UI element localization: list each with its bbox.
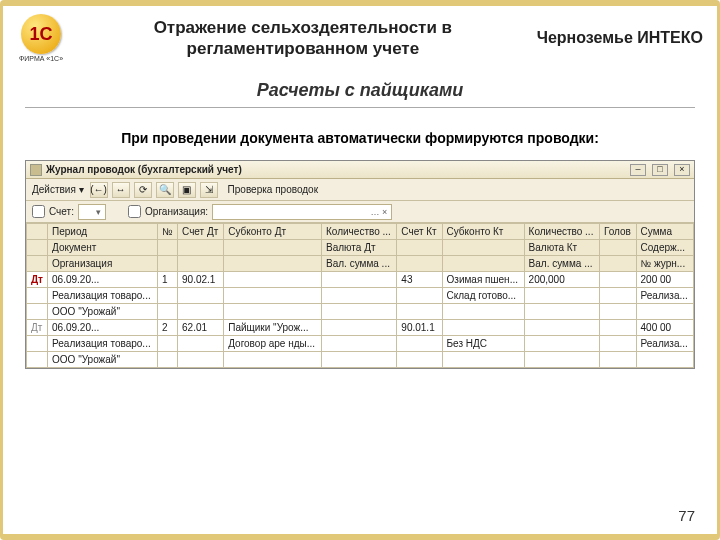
cell bbox=[524, 304, 599, 320]
col-header[interactable]: Счет Кт bbox=[397, 224, 442, 240]
table-row[interactable]: Реализация товаро...Договор аре нды...Бе… bbox=[27, 336, 694, 352]
col-header[interactable] bbox=[178, 256, 224, 272]
cell bbox=[397, 352, 442, 368]
cell bbox=[178, 336, 224, 352]
page-number: 77 bbox=[678, 507, 695, 524]
col-header[interactable]: № bbox=[157, 224, 177, 240]
company-brand: Черноземье ИНТЕКО bbox=[537, 29, 703, 47]
org-filter-input[interactable]: … × bbox=[212, 204, 392, 220]
table-row[interactable]: ООО "Урожай" bbox=[27, 304, 694, 320]
table-row[interactable]: ООО "Урожай" bbox=[27, 352, 694, 368]
filter-button[interactable]: ▣ bbox=[178, 182, 196, 198]
cell: Без НДС bbox=[442, 336, 524, 352]
col-header[interactable]: Счет Дт bbox=[178, 224, 224, 240]
col-header[interactable] bbox=[224, 256, 322, 272]
cell bbox=[524, 288, 599, 304]
cell bbox=[157, 352, 177, 368]
clear-icon: … × bbox=[370, 207, 387, 217]
cell bbox=[442, 320, 524, 336]
cell bbox=[178, 352, 224, 368]
col-header[interactable]: Валюта Дт bbox=[322, 240, 397, 256]
filter-bar: Счет: ▾ Организация: … × bbox=[26, 201, 694, 223]
col-header[interactable] bbox=[224, 240, 322, 256]
cell bbox=[322, 272, 397, 288]
col-header[interactable]: Период bbox=[48, 224, 158, 240]
col-header[interactable]: Сумма bbox=[636, 224, 693, 240]
table-row[interactable]: Реализация товаро...Склад готово...Реали… bbox=[27, 288, 694, 304]
cell bbox=[599, 288, 636, 304]
col-header[interactable] bbox=[157, 240, 177, 256]
window-title: Журнал проводок (бухгалтерский учет) bbox=[46, 164, 624, 175]
col-header[interactable]: Количество ... bbox=[524, 224, 599, 240]
col-header[interactable]: Валюта Кт bbox=[524, 240, 599, 256]
row-marker bbox=[27, 352, 48, 368]
cell bbox=[599, 272, 636, 288]
cell bbox=[524, 320, 599, 336]
minimize-button[interactable]: – bbox=[630, 164, 646, 176]
cell bbox=[322, 352, 397, 368]
close-button[interactable]: × bbox=[674, 164, 690, 176]
cell bbox=[636, 352, 693, 368]
col-header[interactable] bbox=[178, 240, 224, 256]
col-header[interactable] bbox=[27, 256, 48, 272]
cell: Озимая пшен... bbox=[442, 272, 524, 288]
account-filter-checkbox[interactable] bbox=[32, 205, 45, 218]
col-header[interactable] bbox=[397, 256, 442, 272]
window-titlebar[interactable]: Журнал проводок (бухгалтерский учет) – □… bbox=[26, 161, 694, 179]
col-header[interactable]: № журн... bbox=[636, 256, 693, 272]
restore-button[interactable]: □ bbox=[652, 164, 668, 176]
cell bbox=[178, 304, 224, 320]
table-header: Период№Счет ДтСубконто ДтКоличество ...С… bbox=[27, 224, 694, 272]
col-header[interactable]: Документ bbox=[48, 240, 158, 256]
find-button[interactable]: 🔍 bbox=[156, 182, 174, 198]
col-header[interactable] bbox=[157, 256, 177, 272]
slide-subtitle: Расчеты с пайщиками bbox=[3, 80, 717, 101]
row-marker bbox=[27, 288, 48, 304]
col-header[interactable]: Субконто Кт bbox=[442, 224, 524, 240]
col-header[interactable] bbox=[397, 240, 442, 256]
table-row[interactable]: Дт06.09.20...262.01Пайщики "Урож...90.01… bbox=[27, 320, 694, 336]
cell bbox=[397, 336, 442, 352]
col-header[interactable]: Количество ... bbox=[322, 224, 397, 240]
title-line-2: регламентированном учете bbox=[187, 39, 420, 58]
check-entries-button[interactable]: Проверка проводок bbox=[228, 184, 318, 195]
col-header[interactable] bbox=[599, 240, 636, 256]
col-header[interactable] bbox=[599, 256, 636, 272]
table-body: Дт06.09.20...190.02.143Озимая пшен...200… bbox=[27, 272, 694, 368]
cell: Реализа... bbox=[636, 288, 693, 304]
dropdown-icon: ▾ bbox=[96, 207, 101, 217]
org-filter-checkbox[interactable] bbox=[128, 205, 141, 218]
col-header[interactable]: Вал. сумма ... bbox=[524, 256, 599, 272]
nav-next-button[interactable]: ↔ bbox=[112, 182, 130, 198]
col-header[interactable]: Голов bbox=[599, 224, 636, 240]
actions-menu[interactable]: Действия ▾ bbox=[32, 184, 84, 195]
col-header[interactable] bbox=[27, 224, 48, 240]
cell: Склад готово... bbox=[442, 288, 524, 304]
cell bbox=[157, 304, 177, 320]
cell: 400 00 bbox=[636, 320, 693, 336]
org-filter-label: Организация: bbox=[145, 206, 208, 217]
row-marker: Дт bbox=[27, 272, 48, 288]
cell: 06.09.20... bbox=[48, 320, 158, 336]
col-header[interactable]: Организация bbox=[48, 256, 158, 272]
table-row[interactable]: Дт06.09.20...190.02.143Озимая пшен...200… bbox=[27, 272, 694, 288]
col-header[interactable] bbox=[27, 240, 48, 256]
col-header[interactable] bbox=[442, 256, 524, 272]
col-header[interactable]: Субконто Дт bbox=[224, 224, 322, 240]
cell: ООО "Урожай" bbox=[48, 304, 158, 320]
title-line-1: Отражение сельхоздеятельности в bbox=[154, 18, 452, 37]
cell bbox=[322, 288, 397, 304]
col-header[interactable] bbox=[442, 240, 524, 256]
journal-window: Журнал проводок (бухгалтерский учет) – □… bbox=[25, 160, 695, 369]
cell: Реализация товаро... bbox=[48, 288, 158, 304]
export-button[interactable]: ⇲ bbox=[200, 182, 218, 198]
cell: 2 bbox=[157, 320, 177, 336]
col-header[interactable]: Содерж... bbox=[636, 240, 693, 256]
window-icon bbox=[30, 164, 42, 176]
account-filter-input[interactable]: ▾ bbox=[78, 204, 106, 220]
cell bbox=[599, 304, 636, 320]
cell bbox=[224, 304, 322, 320]
nav-prev-button[interactable]: (←) bbox=[90, 182, 108, 198]
refresh-button[interactable]: ⟳ bbox=[134, 182, 152, 198]
col-header[interactable]: Вал. сумма ... bbox=[322, 256, 397, 272]
